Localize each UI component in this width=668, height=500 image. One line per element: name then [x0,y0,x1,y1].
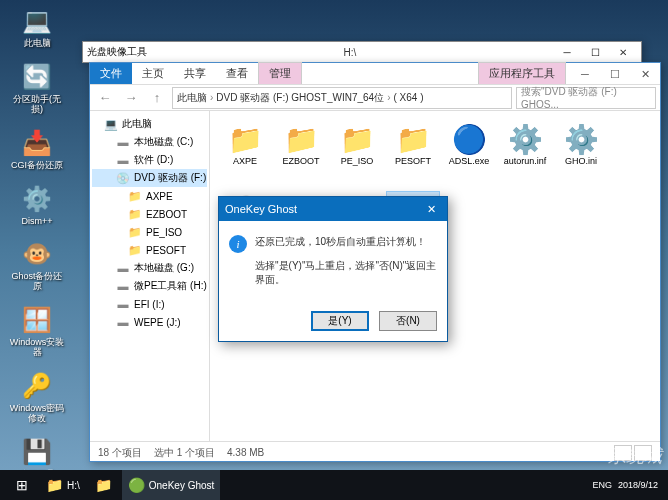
breadcrumb-drive[interactable]: DVD 驱动器 (F:) GHOST_WIN7_64位 [216,91,384,105]
win-max[interactable]: ☐ [600,64,630,84]
folder-icon: 📁 [339,121,375,157]
drive-icon: ▬ [116,297,130,311]
desktop-icon-label: Ghost备份还原 [8,272,66,292]
task-label: H:\ [67,480,80,491]
task-h[interactable]: 📁H:\ [40,470,86,500]
desktop-icon-2[interactable]: 📥CGI备份还原 [8,127,66,171]
folder-icon: 📁 [283,121,319,157]
breadcrumb-root[interactable]: 此电脑 [177,91,207,105]
task-icon: 📁 [95,477,112,493]
desktop-icon-3[interactable]: ⚙️Dism++ [8,183,66,227]
status-bar: 18 个项目 选中 1 个项目 4.38 MB [90,441,660,463]
task-onekey[interactable]: 🟢OneKey Ghost [122,470,221,500]
tray-lang[interactable]: ENG [592,480,612,490]
task-icon: ⊞ [16,477,28,493]
bgwin-min[interactable]: ─ [553,43,581,61]
file-item[interactable]: 📁PESOFT [386,119,440,189]
file-item[interactable]: ⚙️GHO.ini [554,119,608,189]
chevron-right-icon: › [210,92,213,103]
start[interactable]: ⊞ [4,470,40,500]
file-label: GHO.ini [565,157,597,167]
pc-icon: 💻 [104,117,118,131]
sidebar-tree: 💻此电脑 ▬本地磁盘 (C:) ▬软件 (D:) 💿DVD 驱动器 (F:) G… [90,111,210,441]
file-item[interactable]: ⚙️autorun.inf [498,119,552,189]
breadcrumb[interactable]: 此电脑 › DVD 驱动器 (F:) GHOST_WIN7_64位 › ( X6… [172,87,512,109]
desktop-icons: 💻此电脑🔄分区助手(无损)📥CGI备份还原⚙️Dism++🐵Ghost备份还原🪟… [8,5,66,490]
drive-icon: ▬ [116,315,130,329]
tab-view[interactable]: 查看 [216,63,258,84]
nav-up[interactable]: ↑ [146,87,168,109]
status-count: 18 个项目 [98,446,142,460]
file-item[interactable]: 📁AXPE [218,119,272,189]
dialog-title: OneKey Ghost [225,203,297,215]
tree-soft[interactable]: ▬软件 (D:) [92,151,207,169]
tab-manage[interactable]: 管理 [258,62,302,84]
desktop-icon-5[interactable]: 🪟Windows安装器 [8,304,66,358]
dialog-line2: 选择"是(Y)"马上重启，选择"否(N)"返回主界面。 [255,259,437,287]
dvd-icon: 💿 [116,171,130,185]
tab-file[interactable]: 文件 [90,63,132,84]
exe-icon: 🔵 [451,121,487,157]
dialog-yes-button[interactable]: 是(Y) [311,311,369,331]
win-close[interactable]: ✕ [630,64,660,84]
tree-dvd[interactable]: 💿DVD 驱动器 (F:) GH [92,169,207,187]
file-label: AXPE [233,157,257,167]
drive-icon: ▬ [116,261,130,275]
task-label: OneKey Ghost [149,480,215,491]
drive-icon: ▬ [116,135,130,149]
desktop-icon-label: CGI备份还原 [11,161,63,171]
desktop-glyph-icon: ⚙️ [21,183,53,215]
win-min[interactable]: ─ [570,64,600,84]
nav-fwd[interactable]: → [120,87,142,109]
ribbon: 文件 主页 共享 查看 管理 应用程序工具 ─ ☐ ✕ [90,63,660,85]
desktop-icon-6[interactable]: 🔑Windows密码修改 [8,370,66,424]
file-item[interactable]: 🔵ADSL.exe [442,119,496,189]
address-bar: ← → ↑ 此电脑 › DVD 驱动器 (F:) GHOST_WIN7_64位 … [90,85,660,111]
folder-icon: 📁 [128,207,142,221]
folder-icon: 📁 [128,225,142,239]
desktop-icon-label: Windows安装器 [8,338,66,358]
desktop-glyph-icon: 🔑 [21,370,53,402]
tab-home[interactable]: 主页 [132,63,174,84]
tree-micro[interactable]: ▬微PE工具箱 (H:) [92,277,207,295]
tree-pesoft[interactable]: 📁PESOFT [92,241,207,259]
tree-axpe[interactable]: 📁AXPE [92,187,207,205]
desktop-icon-4[interactable]: 🐵Ghost备份还原 [8,238,66,292]
bgwin-max[interactable]: ☐ [581,43,609,61]
tree-wepe[interactable]: ▬WEPE (J:) [92,313,207,331]
inf-icon: ⚙️ [507,121,543,157]
tree-efi[interactable]: ▬EFI (I:) [92,295,207,313]
task-icon: 🟢 [128,477,145,493]
folder-icon: 📁 [128,243,142,257]
desktop-icon-0[interactable]: 💻此电脑 [8,5,66,49]
tree-localg[interactable]: ▬本地磁盘 (G:) [92,259,207,277]
tree-peiso[interactable]: 📁PE_ISO [92,223,207,241]
background-window: 光盘映像工具 H:\ ─ ☐ ✕ [82,41,642,63]
dialog-close[interactable]: ✕ [421,203,441,216]
desktop-glyph-icon: 💻 [21,5,53,37]
watermark: 系统城 [608,444,662,468]
nav-back[interactable]: ← [94,87,116,109]
bgwin-close[interactable]: ✕ [609,43,637,61]
file-item[interactable]: 📁PE_ISO [330,119,384,189]
search-input[interactable]: 搜索"DVD 驱动器 (F:) GHOS... [516,87,656,109]
tree-localc[interactable]: ▬本地磁盘 (C:) [92,133,207,151]
tab-share[interactable]: 共享 [174,63,216,84]
desktop-glyph-icon: 🪟 [21,304,53,336]
desktop-icon-label: 此电脑 [24,39,51,49]
desktop-icon-1[interactable]: 🔄分区助手(无损) [8,61,66,115]
drive-icon: ▬ [116,153,130,167]
tree-pc[interactable]: 💻此电脑 [92,115,207,133]
ini-icon: ⚙️ [563,121,599,157]
tree-ezboot[interactable]: 📁EZBOOT [92,205,207,223]
task-explorer[interactable]: 📁 [86,470,122,500]
system-tray[interactable]: ENG2018/9/12 [592,480,664,490]
file-item[interactable]: 📁EZBOOT [274,119,328,189]
dialog-no-button[interactable]: 否(N) [379,311,437,331]
task-icon: 📁 [46,477,63,493]
chevron-right-icon: › [387,92,390,103]
breadcrumb-folder[interactable]: ( X64 ) [394,92,424,103]
info-icon: i [229,235,247,253]
tray-time: 2018/9/12 [618,480,658,490]
folder-icon: 📁 [227,121,263,157]
